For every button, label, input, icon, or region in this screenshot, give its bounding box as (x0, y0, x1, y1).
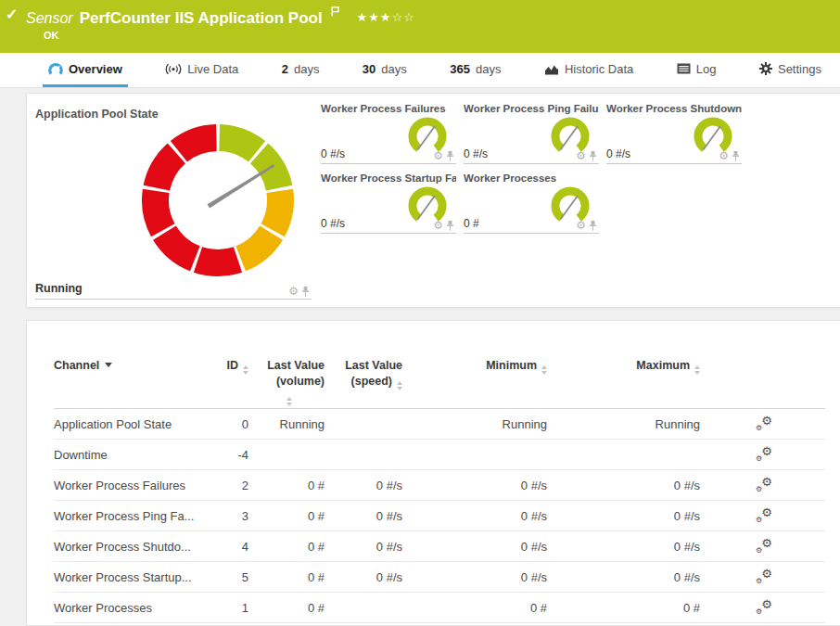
cell-channel: Worker Process Failures (54, 470, 197, 501)
col-header-id[interactable]: ID (197, 358, 248, 375)
gauge-settings-gear-icon[interactable]: ⚙ (433, 150, 443, 161)
channel-settings-gears-icon[interactable]: ⚙⚙ (756, 599, 772, 613)
gauge-settings-gear-icon[interactable]: ⚙ (576, 220, 586, 231)
channel-table-body: Application Pool State 0 Running Running… (54, 409, 840, 623)
cell-id: 5 (197, 562, 248, 593)
cell-last-value-speed: 0 #/s (325, 562, 402, 593)
channel-table-header: Channel ID Last Value (volume) Last Valu… (54, 358, 825, 409)
mini-gauge-cell[interactable]: Worker Process Failures 0 #/s ⚙ (321, 103, 456, 164)
cell-maximum: 0 #/s (547, 531, 700, 562)
gauge-settings-gear-icon[interactable]: ⚙ (433, 220, 443, 231)
main-gauge-title: Application Pool State (35, 108, 159, 121)
cell-last-value-speed: 0 #/s (325, 470, 402, 501)
mini-gauge-cell[interactable]: Worker Process Ping Failures 0 #/s ⚙ (464, 103, 599, 164)
pin-icon[interactable] (589, 151, 597, 161)
tab-label: days (476, 62, 501, 76)
log-icon (677, 63, 691, 74)
cell-last-value-volume: 0 # (248, 470, 325, 501)
application-pool-state-gauge (139, 121, 297, 279)
gauge-segment (142, 189, 174, 237)
tab-overview[interactable]: Overview (43, 53, 128, 87)
col-header-minimum[interactable]: Minimum (402, 358, 547, 375)
gauge-segment (153, 226, 200, 272)
channel-settings-gears-icon[interactable]: ⚙⚙ (756, 446, 772, 460)
channel-settings-gears-icon[interactable]: ⚙⚙ (756, 538, 772, 552)
cell-channel: Worker Processes (54, 593, 197, 623)
gauge-icon (48, 62, 63, 76)
table-row[interactable]: Worker Processes 1 0 # 0 # 0 # ⚙⚙ (54, 593, 825, 623)
mini-gauge-cell[interactable]: Worker Process Shutdown Fa... 0 #/s ⚙ (606, 103, 742, 164)
pin-icon[interactable] (732, 151, 740, 161)
cell-maximum: Running (547, 409, 700, 440)
col-header-last-value-speed[interactable]: Last Value (speed) (325, 358, 402, 390)
table-row[interactable]: Worker Process Failures 2 0 # 0 #/s 0 #/… (54, 470, 825, 501)
overview-panel: Application Pool State Running ⚙ Worker … (26, 93, 840, 308)
channel-settings-gears-icon[interactable]: ⚙⚙ (756, 477, 772, 491)
col-header-channel[interactable]: Channel (54, 358, 197, 374)
mini-gauge-value: 0 #/s (464, 147, 488, 160)
tab-label: Settings (778, 62, 821, 76)
pin-icon[interactable] (446, 151, 454, 161)
mini-gauge-value: 0 #/s (321, 147, 345, 160)
tab-30-days[interactable]: 30days (357, 53, 413, 87)
pin-icon[interactable] (301, 287, 310, 297)
pin-icon[interactable] (589, 221, 597, 231)
cell-maximum: 0 #/s (547, 562, 700, 593)
main-gauge-value: Running (35, 282, 83, 295)
mini-gauge-value: 0 #/s (606, 147, 630, 160)
cell-last-value-speed: 0 #/s (325, 531, 402, 562)
cell-minimum: Running (402, 409, 547, 440)
sensor-name: PerfCounter IIS Application Pool (80, 9, 323, 27)
priority-stars[interactable]: ★★★☆☆ (357, 10, 415, 24)
cell-minimum: 0 #/s (402, 470, 547, 501)
tab-historic-data[interactable]: Historic Data (539, 53, 639, 87)
channel-settings-gears-icon[interactable]: ⚙⚙ (756, 415, 772, 429)
sensor-header: ✓ SensorPerfCounter IIS Application Pool… (0, 0, 840, 53)
tab-2-days[interactable]: 2days (276, 53, 325, 87)
live-icon (165, 63, 182, 75)
cell-minimum: 0 #/s (402, 501, 547, 531)
tab-live-data[interactable]: Live Data (159, 53, 244, 87)
cell-last-value-volume: Running (248, 409, 325, 440)
tab-label: Historic Data (565, 62, 633, 76)
cell-channel: Downtime (54, 440, 197, 470)
chart-icon (544, 63, 559, 75)
table-row[interactable]: Application Pool State 0 Running Running… (54, 409, 825, 440)
flag-icon[interactable] (331, 4, 339, 20)
cell-minimum: 0 #/s (402, 562, 547, 593)
cell-maximum: 0 #/s (547, 501, 700, 531)
tab-bar: OverviewLive Data2days30days365daysHisto… (0, 53, 840, 88)
channel-table-panel: Channel ID Last Value (volume) Last Valu… (26, 320, 840, 626)
gauge-settings-gear-icon[interactable]: ⚙ (288, 286, 299, 297)
channel-settings-gears-icon[interactable]: ⚙⚙ (756, 569, 772, 582)
main-gauge-footer: Running ⚙ (35, 279, 312, 300)
channel-settings-gears-icon[interactable]: ⚙⚙ (756, 507, 772, 521)
tab-label: days (294, 62, 319, 76)
col-header-last-value-volume[interactable]: Last Value (volume) (248, 358, 325, 406)
gear-icon (759, 62, 772, 75)
mini-gauge-cell[interactable]: Worker Process Startup Failu... 0 #/s ⚙ (321, 172, 456, 234)
col-header-maximum[interactable]: Maximum (547, 358, 700, 375)
tab-label: Log (696, 62, 717, 76)
tab-365-days[interactable]: 365days (444, 53, 506, 87)
tab-log[interactable]: Log (671, 53, 722, 87)
gauge-settings-gear-icon[interactable]: ⚙ (576, 150, 586, 161)
table-row[interactable]: Worker Process Ping Fa... 3 0 # 0 #/s 0 … (54, 501, 825, 531)
pin-icon[interactable] (446, 221, 454, 231)
cell-last-value-volume: 0 # (248, 501, 325, 531)
tab-number: 2 (282, 62, 288, 76)
sort-desc-icon (105, 363, 112, 367)
cell-last-value-speed: 0 #/s (325, 501, 402, 531)
gauge-settings-gear-icon[interactable]: ⚙ (719, 150, 729, 161)
mini-gauge-value: 0 #/s (321, 217, 345, 230)
table-row[interactable]: Downtime -4 ⚙⚙ (54, 440, 825, 470)
table-row[interactable]: Worker Process Shutdo... 4 0 # 0 #/s 0 #… (54, 531, 825, 562)
cell-maximum: 0 #/s (547, 470, 700, 501)
tab-settings[interactable]: Settings (754, 53, 827, 87)
cell-id: -4 (197, 440, 248, 470)
tab-label: Overview (69, 62, 122, 76)
cell-minimum: 0 #/s (402, 531, 547, 562)
cell-channel: Worker Process Ping Fa... (54, 501, 197, 531)
mini-gauge-cell[interactable]: Worker Processes 0 # ⚙ (464, 172, 599, 234)
table-row[interactable]: Worker Process Startup... 5 0 # 0 #/s 0 … (54, 562, 825, 593)
